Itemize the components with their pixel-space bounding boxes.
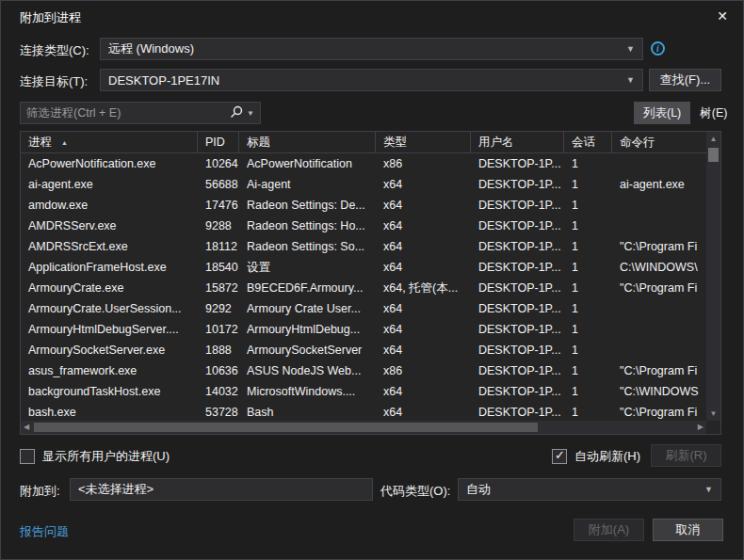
connection-type-combobox[interactable]: 远程 (Windows) ▼ [100,38,643,60]
attach-to-input[interactable] [70,478,373,501]
table-row[interactable]: ArmourySocketServer.exe1888ArmourySocket… [21,340,706,360]
table-cell [612,216,706,236]
column-header[interactable]: 进程▲ [21,132,198,152]
titlebar: 附加到进程 ✕ [1,1,743,31]
table-cell: 14032 [198,381,239,402]
scroll-left-icon[interactable]: ◀ [24,421,29,434]
table-cell: amdow.exe [21,195,198,216]
refresh-button[interactable]: 刷新(R) [651,444,721,467]
search-icon[interactable] [228,104,245,121]
table-cell: x64 [376,216,471,236]
table-cell: 1 [564,360,612,381]
table-cell: 1 [564,174,612,195]
connection-target-label: 连接目标(T): [20,73,88,90]
find-button[interactable]: 查找(F)... [649,69,721,91]
attach-button[interactable]: 附加(A) [574,519,644,541]
table-row[interactable]: bash.exe53728Bashx64DESKTOP-1P...1"C:\Pr… [21,402,706,421]
table-cell: DESKTOP-1P... [471,319,564,340]
filter-input[interactable] [21,106,228,120]
process-table-body: AcPowerNotification.exe10264AcPowerNotif… [21,153,706,421]
table-row[interactable]: backgroundTaskHost.exe14032MicrosoftWind… [21,381,706,402]
table-cell: "C:\Program Fi [612,278,706,298]
table-row[interactable]: ArmouryHtmlDebugServer....10172ArmouryHt… [21,319,706,340]
table-cell: 1 [564,195,612,216]
chevron-down-icon: ▼ [626,44,635,54]
close-icon[interactable]: ✕ [712,7,733,25]
table-cell: 15872 [198,278,239,298]
table-cell: C:\WINDOWS\ [612,257,706,278]
connection-type-label: 连接类型(C): [20,42,89,59]
table-row[interactable]: amdow.exe17476Radeon Settings: De...x64D… [21,195,706,216]
scroll-down-icon[interactable]: ▼ [706,409,720,418]
vertical-scroll-thumb[interactable] [708,148,719,162]
table-cell: "C:\WINDOWS [612,381,706,402]
table-cell: x64, 托管(本... [376,278,471,298]
table-cell: 18112 [198,236,239,257]
chevron-down-icon: ▼ [704,485,713,494]
table-cell: DESKTOP-1P... [471,298,564,319]
table-cell: ArmouryCrate.UserSession... [21,298,198,319]
horizontal-scrollbar[interactable]: ◀ ▶ [21,421,706,434]
table-row[interactable]: ai-agent.exe56688Ai-agentx64DESKTOP-1P..… [21,174,706,195]
table-cell: x64 [376,340,471,360]
connection-target-combobox[interactable]: DESKTOP-1PE17IN ▼ [100,69,643,91]
auto-refresh-option: 自动刷新(H) [552,448,640,465]
horizontal-scroll-thumb[interactable] [34,423,538,432]
dialog-title: 附加到进程 [20,9,81,26]
column-header[interactable]: 命令行 [612,132,706,152]
table-row[interactable]: asus_framework.exe10636ASUS NodeJS Web..… [21,360,706,381]
table-cell: 10172 [198,319,239,340]
table-cell: ai-agent.exe [21,174,198,195]
table-cell: DESKTOP-1P... [471,340,564,360]
table-row[interactable]: AMDRSSrcExt.exe18112Radeon Settings: So.… [21,236,706,257]
column-header-label: 进程 [28,135,52,151]
table-cell [612,195,706,216]
table-cell: DESKTOP-1P... [471,381,564,402]
table-cell: 1 [564,402,612,421]
vertical-scrollbar[interactable]: ▲ ▼ [706,132,720,421]
table-cell: ArmourySocketServer [239,340,376,360]
show-all-users-checkbox[interactable] [20,449,35,464]
search-options-chevron-icon[interactable]: ▼ [245,109,260,118]
table-cell: ArmouryHtmlDebug... [239,319,376,340]
table-row[interactable]: ApplicationFrameHost.exe18540设置x64DESKTO… [21,257,706,278]
table-row[interactable]: ArmouryCrate.exe15872B9ECED6F.Armoury...… [21,278,706,298]
table-cell [612,153,706,174]
table-cell: DESKTOP-1P... [471,402,564,421]
column-header[interactable]: 标题 [239,132,376,152]
cancel-button[interactable]: 取消 [653,519,723,541]
scroll-up-icon[interactable]: ▲ [706,135,720,143]
table-cell: x64 [376,402,471,421]
table-cell: x64 [376,195,471,216]
list-view-button[interactable]: 列表(L) [634,102,690,124]
table-cell: 9288 [198,216,239,236]
column-header[interactable]: 会话 [564,132,612,152]
table-row[interactable]: AMDRSServ.exe9288Radeon Settings: Ho...x… [21,216,706,236]
table-cell: DESKTOP-1P... [471,278,564,298]
code-type-value: 自动 [466,481,699,498]
tree-view-button[interactable]: 树(E) [690,102,736,124]
connection-type-value: 远程 (Windows) [108,40,621,57]
auto-refresh-checkbox[interactable] [552,449,567,464]
table-cell: ArmouryHtmlDebugServer.... [21,319,198,340]
table-cell: Radeon Settings: De... [239,195,376,216]
table-cell: DESKTOP-1P... [471,174,564,195]
info-icon[interactable]: i [651,41,665,56]
scroll-right-icon[interactable]: ▶ [698,421,704,434]
code-type-combobox[interactable]: 自动 ▼ [458,478,721,501]
table-cell: 1 [564,381,612,402]
table-cell: 9292 [198,298,239,319]
table-row[interactable]: ArmouryCrate.UserSession...9292Armoury C… [21,298,706,319]
table-cell: ApplicationFrameHost.exe [21,257,198,278]
table-cell: DESKTOP-1P... [471,257,564,278]
table-cell: x86 [376,360,471,381]
column-header[interactable]: 用户名 [471,132,564,152]
connection-target-value: DESKTOP-1PE17IN [108,73,621,88]
table-cell [612,298,706,319]
report-problem-link[interactable]: 报告问题 [20,523,69,540]
column-header[interactable]: PID [198,132,239,152]
process-table: 进程▲PID标题类型用户名会话命令行 AcPowerNotification.e… [20,131,721,435]
table-cell: x64 [376,298,471,319]
column-header[interactable]: 类型 [376,132,471,152]
table-row[interactable]: AcPowerNotification.exe10264AcPowerNotif… [21,153,706,174]
